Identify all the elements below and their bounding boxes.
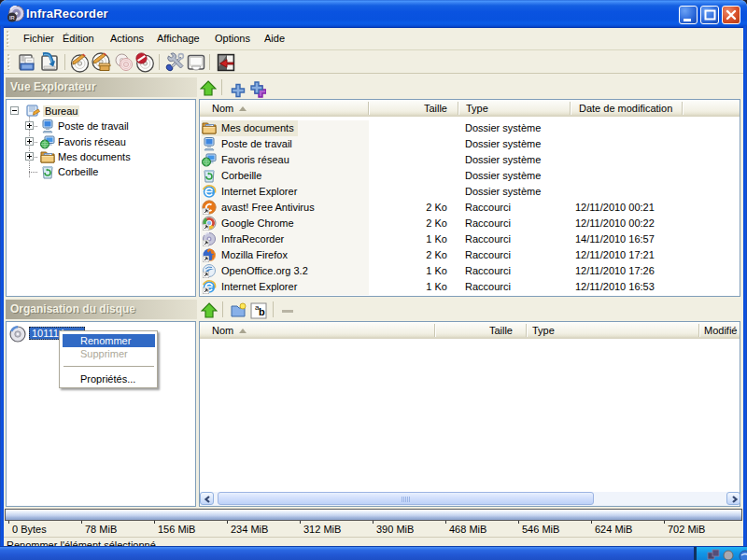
svg-text:b: b: [259, 306, 265, 317]
svg-text:IR: IR: [9, 15, 16, 21]
